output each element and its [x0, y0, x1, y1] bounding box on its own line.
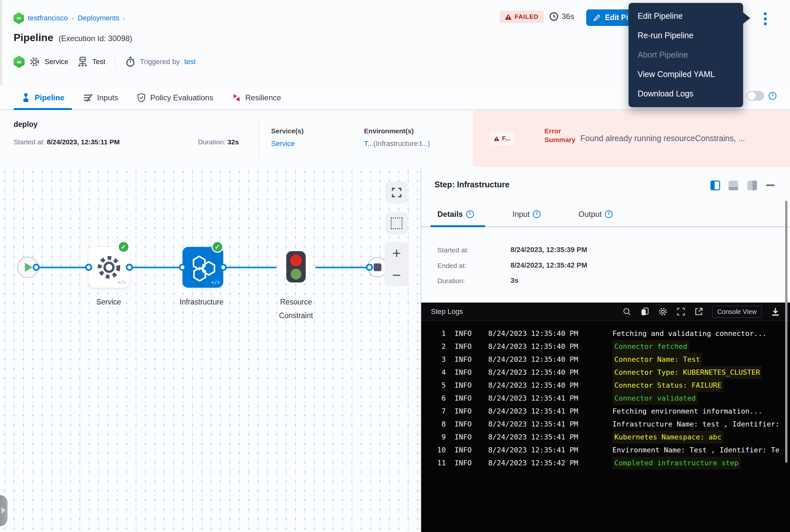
infrastructure-step-node[interactable]: </> [182, 247, 223, 288]
console-view-button[interactable]: Console View [712, 306, 762, 318]
breadcrumb-deployments[interactable]: Deployments [78, 14, 119, 22]
play-icon [25, 263, 32, 272]
edge-port[interactable] [85, 264, 92, 271]
pipeline-execution-page: ∞ testfrancisco › Deployments › Pipeline… [0, 0, 790, 532]
bottom-view-icon[interactable] [729, 180, 738, 190]
open-in-new-icon[interactable] [694, 307, 703, 316]
info-icon[interactable] [533, 210, 541, 218]
log-level: INFO [455, 444, 475, 457]
log-line-number: 11 [421, 457, 446, 470]
log-level: INFO [455, 418, 475, 431]
log-lines[interactable]: 1 INFO 8/24/2023 12:35:40 PM Fetching an… [421, 321, 790, 532]
log-line-number: 5 [421, 379, 446, 392]
step-panel-title: Step: Infrastructure [435, 180, 509, 189]
log-line: 9 INFO 8/24/2023 12:35:41 PM Kubernetes … [421, 431, 790, 444]
log-line: 3 INFO 8/24/2023 12:35:40 PM Connector N… [421, 353, 790, 366]
fullscreen-icon[interactable] [676, 307, 686, 316]
edge-port[interactable] [366, 264, 373, 271]
stage-name[interactable]: deploy [14, 120, 38, 129]
info-icon[interactable] [605, 210, 613, 218]
green-light [290, 268, 302, 280]
chevron-right-icon: › [123, 15, 126, 22]
infrastructure-node-label: Infrastructure [172, 295, 231, 309]
log-line: 6 INFO 8/24/2023 12:35:41 PM Connector v… [421, 392, 790, 405]
info-icon[interactable] [466, 210, 474, 218]
zoom-in-button[interactable]: + [392, 247, 401, 260]
trigger-name[interactable]: Test [92, 58, 105, 66]
pipeline-icon [21, 93, 31, 102]
log-line: 2 INFO 8/24/2023 12:35:40 PM Connector f… [421, 340, 790, 353]
log-level: INFO [455, 340, 475, 353]
hexagon-cluster-icon [188, 253, 217, 282]
info-icon[interactable] [769, 92, 776, 100]
edge-port[interactable] [179, 264, 186, 271]
log-line: 7 INFO 8/24/2023 12:35:41 PM Fetching en… [421, 405, 790, 418]
search-icon[interactable] [622, 307, 632, 316]
page-title: Pipeline [14, 32, 53, 44]
split-view-icon[interactable] [710, 180, 720, 190]
started-at-value: 8/24/2023, 12:35:39 PM [510, 246, 587, 254]
menu-item-label: Re-run Pipeline [638, 31, 693, 40]
tab-inputs-label: Inputs [97, 93, 118, 102]
environments-header: Environment(s) [364, 127, 414, 135]
tab-details[interactable]: Details [437, 210, 474, 219]
marquee-select-button[interactable] [386, 212, 408, 234]
tab-pipeline[interactable]: Pipeline [21, 86, 64, 109]
inputs-icon [83, 93, 93, 102]
tab-details-label: Details [437, 210, 463, 219]
more-options-kebab-icon[interactable] [762, 12, 768, 26]
environment-icon [77, 56, 88, 67]
error-summary-section: F... ErrorSummary Found already running … [473, 110, 790, 167]
left-drawer-handle[interactable] [0, 495, 7, 526]
zoom-out-button[interactable]: − [392, 269, 401, 282]
download-icon[interactable] [771, 307, 780, 317]
log-timestamp: 8/24/2023 12:35:40 PM [488, 366, 589, 379]
resilience-icon [232, 93, 241, 102]
pencil-icon [593, 14, 601, 22]
tab-pipeline-label: Pipeline [35, 93, 64, 102]
log-timestamp: 8/24/2023 12:35:40 PM [488, 327, 589, 340]
panel-scrollbar[interactable] [785, 201, 787, 463]
menu-item[interactable]: Abort Pipeline [629, 45, 743, 64]
log-line-number: 7 [421, 405, 446, 418]
copy-icon[interactable] [640, 307, 649, 316]
resource-constraint-node[interactable] [286, 251, 306, 283]
edge-port[interactable] [33, 264, 40, 271]
harness-cd-icon: ∞ [14, 56, 24, 68]
right-view-icon[interactable] [747, 180, 757, 190]
service-name[interactable]: Service [45, 58, 68, 66]
tab-inputs[interactable]: Inputs [83, 86, 118, 109]
step-logs-toolbar: Console View [622, 306, 780, 318]
menu-item[interactable]: Re-run Pipeline [629, 25, 743, 45]
log-line: 8 INFO 8/24/2023 12:35:41 PM Infrastruct… [421, 418, 790, 431]
log-line-number: 6 [421, 392, 446, 405]
edge-port[interactable] [220, 264, 227, 271]
resource-constraint-node-label: ResourceConstraint [261, 295, 332, 322]
chevron-right-icon: › [72, 15, 74, 22]
environment-value[interactable]: T...(Infrastructure:t...) [364, 139, 430, 148]
debug-toggle[interactable] [747, 91, 764, 101]
menu-item[interactable]: Download Logs [629, 84, 743, 103]
success-check-badge: ✓ [212, 241, 223, 253]
fullscreen-icon [391, 187, 402, 198]
menu-item[interactable]: View Compiled YAML [629, 64, 743, 84]
tab-policy-evaluations[interactable]: Policy Evaluations [137, 86, 213, 109]
error-summary-message[interactable]: Found already running resourceConstrains… [580, 134, 787, 143]
log-timestamp: 8/24/2023 12:35:41 PM [488, 418, 589, 431]
gear-icon[interactable] [658, 307, 668, 317]
triggered-by-value[interactable]: test [184, 58, 195, 66]
status-text: FAILED [515, 13, 539, 20]
service-step-node[interactable]: </> [89, 247, 129, 288]
tab-resilience[interactable]: Resilience [232, 86, 281, 109]
ended-at-label: Ended at: [437, 262, 466, 269]
error-summary-label: ErrorSummary [544, 127, 581, 144]
pipeline-graph-canvas[interactable]: </> ✓ </> ✓ Service Infrastructure Resou… [0, 167, 421, 532]
menu-item[interactable]: Edit Pipeline [629, 6, 743, 25]
fullscreen-canvas-button[interactable] [386, 182, 408, 204]
minimize-panel-icon[interactable] [766, 185, 774, 186]
edge-port[interactable] [126, 264, 133, 271]
tab-input[interactable]: Input [513, 210, 541, 219]
service-link[interactable]: Service [271, 139, 295, 148]
breadcrumb-project[interactable]: testfrancisco [28, 14, 68, 22]
tab-output[interactable]: Output [578, 210, 613, 219]
